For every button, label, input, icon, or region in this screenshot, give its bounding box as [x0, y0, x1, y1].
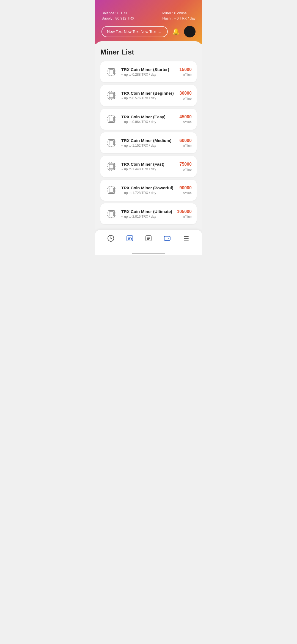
miner-icon	[105, 208, 117, 220]
miner-label: Miner : 0 online	[162, 11, 196, 15]
svg-rect-15	[109, 93, 114, 98]
hash-label: Hash : ~ 0 TRX / day	[162, 16, 196, 20]
miner-name: TRX Coin Miner (Beginner)	[121, 91, 176, 95]
miner-stats: 60000 offline	[180, 138, 192, 148]
miner-rate: ~ up to 1.440 TRX / day	[121, 167, 176, 171]
miner-rate: ~ up to 0.576 TRX / day	[121, 96, 176, 100]
svg-rect-57	[109, 164, 114, 169]
miner-list: TRX Coin Miner (Starter) ~ up to 0.288 T…	[100, 61, 197, 230]
miner-stats: 75000 offline	[180, 162, 192, 171]
miner-stats: 45000 offline	[180, 114, 192, 124]
home-indicator	[95, 251, 202, 255]
miner-status: offline	[180, 97, 192, 100]
miner-status: offline	[180, 144, 192, 148]
miner-price: 45000	[180, 114, 192, 119]
svg-rect-1	[109, 70, 114, 74]
miner-card[interactable]: TRX Coin Miner (Fast) ~ up to 1.440 TRX …	[100, 156, 197, 177]
nav-menu[interactable]	[180, 234, 192, 243]
miner-chip-icon	[106, 185, 117, 196]
svg-rect-29	[109, 117, 114, 121]
miner-status: offline	[180, 73, 192, 77]
miner-price: 90000	[180, 185, 192, 190]
miner-info: TRX Coin Miner (Beginner) ~ up to 0.576 …	[121, 91, 176, 100]
miner-chip-icon	[106, 114, 117, 125]
nav-dashboard[interactable]	[105, 234, 117, 243]
miner-icon	[105, 113, 117, 125]
miner-price: 60000	[180, 138, 192, 143]
miner-card[interactable]: TRX Coin Miner (Powerful) ~ up to 1.728 …	[100, 180, 197, 201]
svg-rect-85	[109, 212, 114, 216]
svg-rect-71	[109, 188, 114, 192]
miner-icon	[105, 160, 117, 173]
header-actions: 🔔	[101, 26, 196, 37]
miner-price: 105000	[177, 209, 192, 214]
search-input[interactable]	[101, 26, 168, 37]
menu-icon	[183, 235, 190, 242]
section-title: Miner List	[100, 48, 197, 56]
balance-label: Balance : 0 TRX	[101, 11, 134, 15]
miner-chip-icon	[106, 66, 117, 77]
stats-right: Miner : 0 online Hash : ~ 0 TRX / day	[162, 11, 196, 20]
supply-label: Supply : 80,912 TRX	[101, 16, 134, 20]
miner-rate: ~ up to 2.016 TRX / day	[121, 215, 173, 219]
miner-stats: 105000 offline	[177, 209, 192, 219]
miner-chip-icon	[106, 161, 117, 172]
svg-rect-43	[109, 141, 114, 145]
miner-icon	[105, 66, 117, 78]
miner-name: TRX Coin Miner (Starter)	[121, 67, 176, 72]
miner-info: TRX Coin Miner (Starter) ~ up to 0.288 T…	[121, 67, 176, 77]
miner-card[interactable]: TRX Coin Miner (Starter) ~ up to 0.288 T…	[100, 61, 197, 82]
miner-status: offline	[180, 120, 192, 124]
miner-info: TRX Coin Miner (Fast) ~ up to 1.440 TRX …	[121, 162, 176, 171]
header-stats: Balance : 0 TRX Supply : 80,912 TRX Mine…	[101, 11, 196, 20]
avatar[interactable]	[184, 26, 196, 37]
miner-chip-icon	[106, 208, 117, 219]
miner-name: TRX Coin Miner (Powerful)	[121, 185, 176, 190]
miner-card[interactable]: TRX Coin Miner (Medium) ~ up to 1.152 TR…	[100, 132, 197, 153]
miner-info: TRX Coin Miner (Powerful) ~ up to 1.728 …	[121, 185, 176, 195]
miner-stats: 90000 offline	[180, 185, 192, 195]
nav-transfer[interactable]	[124, 234, 136, 243]
miner-name: TRX Coin Miner (Ultimate)	[121, 209, 173, 214]
miner-rate: ~ up to 0.864 TRX / day	[121, 120, 176, 124]
miner-info: TRX Coin Miner (Ultimate) ~ up to 2.016 …	[121, 209, 173, 219]
miner-name: TRX Coin Miner (Medium)	[121, 138, 176, 143]
content-area: Miner List	[95, 41, 202, 230]
nav-wallet[interactable]	[161, 234, 173, 243]
miner-stats: 30000 offline	[180, 91, 192, 100]
wallet-icon	[164, 235, 171, 242]
bell-icon: 🔔	[172, 28, 180, 35]
miner-card[interactable]: TRX Coin Miner (Easy) ~ up to 0.864 TRX …	[100, 109, 197, 130]
miner-card[interactable]: TRX Coin Miner (Ultimate) ~ up to 2.016 …	[100, 203, 197, 224]
miner-status: offline	[177, 215, 192, 219]
notification-button[interactable]: 🔔	[171, 27, 181, 36]
list-icon	[145, 235, 152, 242]
home-bar	[132, 253, 165, 254]
miner-price: 75000	[180, 162, 192, 167]
miner-chip-icon	[106, 137, 117, 148]
miner-price: 30000	[180, 91, 192, 96]
miner-icon	[105, 89, 117, 102]
miner-status: offline	[180, 191, 192, 195]
stats-left: Balance : 0 TRX Supply : 80,912 TRX	[101, 11, 134, 20]
miner-rate: ~ up to 1.728 TRX / day	[121, 191, 176, 195]
miner-icon	[105, 184, 117, 196]
miner-card[interactable]: TRX Coin Miner (Beginner) ~ up to 0.576 …	[100, 85, 197, 106]
nav-list[interactable]	[143, 234, 154, 243]
miner-rate: ~ up to 1.152 TRX / day	[121, 144, 176, 148]
miner-status: offline	[180, 168, 192, 171]
miner-price: 15000	[180, 67, 192, 72]
miner-info: TRX Coin Miner (Medium) ~ up to 1.152 TR…	[121, 138, 176, 148]
miner-rate: ~ up to 0.288 TRX / day	[121, 73, 176, 77]
svg-rect-101	[164, 236, 170, 240]
header: Balance : 0 TRX Supply : 80,912 TRX Mine…	[95, 0, 202, 44]
miner-name: TRX Coin Miner (Fast)	[121, 162, 176, 167]
transfer-icon	[126, 235, 133, 242]
dashboard-icon	[107, 235, 114, 242]
miner-chip-icon	[106, 90, 117, 101]
miner-info: TRX Coin Miner (Easy) ~ up to 0.864 TRX …	[121, 114, 176, 124]
miner-icon	[105, 137, 117, 149]
miner-stats: 15000 offline	[180, 67, 192, 77]
bottom-nav	[95, 230, 202, 251]
miner-name: TRX Coin Miner (Easy)	[121, 114, 176, 119]
